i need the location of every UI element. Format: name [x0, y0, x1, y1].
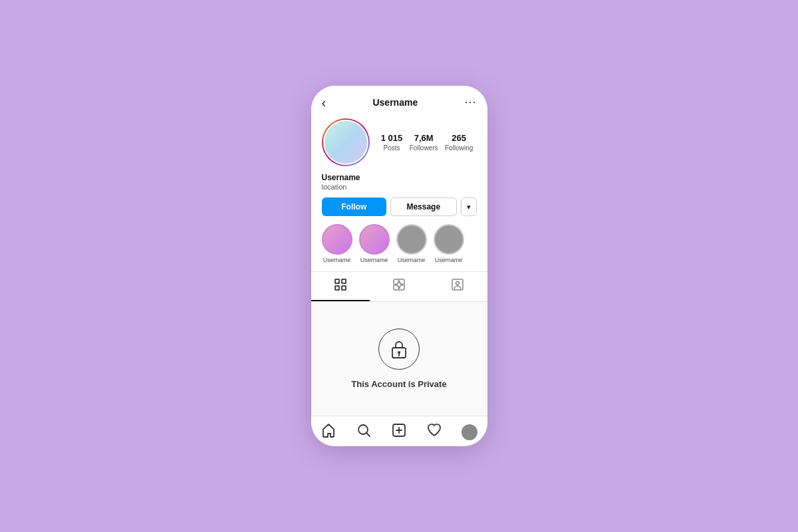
action-buttons-row: Follow Message ▾	[322, 198, 477, 216]
highlight-circle-4	[434, 224, 464, 255]
svg-point-7	[402, 284, 403, 285]
back-button[interactable]: ‹	[322, 96, 327, 109]
avatar	[323, 120, 368, 165]
svg-line-16	[366, 433, 370, 436]
tab-reels[interactable]	[370, 272, 428, 301]
lock-icon	[390, 338, 408, 360]
posts-value: 1 015	[381, 133, 403, 144]
tab-tagged[interactable]	[428, 272, 487, 301]
follow-button[interactable]: Follow	[322, 198, 387, 216]
posts-stat: 1 015 Posts	[381, 133, 403, 152]
svg-rect-1	[342, 279, 346, 283]
profile-section: 1 015 Posts 7,6M Followers 265 Following…	[311, 113, 487, 271]
highlight-circle-2	[359, 224, 390, 255]
svg-point-5	[397, 283, 401, 287]
private-content-area: This Account is Private	[311, 302, 487, 416]
highlight-4[interactable]: Username	[434, 224, 464, 263]
following-value: 265	[452, 133, 466, 144]
dropdown-button[interactable]: ▾	[461, 198, 477, 216]
svg-point-9	[398, 287, 400, 289]
content-tab-bar	[311, 271, 487, 302]
highlight-1[interactable]: Username	[322, 224, 352, 263]
message-button[interactable]: Message	[390, 198, 457, 216]
nav-add[interactable]	[382, 423, 417, 441]
posts-label: Posts	[384, 144, 400, 152]
reels-icon	[393, 279, 405, 293]
header-username: Username	[372, 97, 418, 108]
highlight-label-1: Username	[323, 257, 351, 263]
following-label: Following	[445, 144, 473, 152]
svg-rect-0	[335, 279, 339, 283]
profile-top-row: 1 015 Posts 7,6M Followers 265 Following	[322, 118, 477, 166]
highlight-circle-3	[396, 224, 427, 255]
nav-heart[interactable]	[417, 423, 452, 441]
following-stat[interactable]: 265 Following	[445, 133, 473, 152]
profile-name: Username	[322, 173, 477, 182]
nav-profile[interactable]	[452, 423, 487, 441]
grid-icon	[334, 279, 346, 293]
followers-label: Followers	[410, 144, 438, 152]
add-icon	[392, 423, 406, 441]
nav-profile-avatar	[462, 424, 477, 440]
highlight-label-2: Username	[360, 257, 388, 263]
followers-value: 7,6M	[414, 133, 434, 144]
tab-grid[interactable]	[311, 272, 370, 301]
svg-rect-3	[342, 286, 346, 290]
lock-circle	[378, 329, 420, 370]
svg-point-8	[398, 281, 400, 282]
profile-header: ‹ Username ···	[311, 86, 487, 113]
heart-icon	[427, 423, 442, 441]
avatar-ring[interactable]	[322, 118, 370, 166]
highlight-2[interactable]: Username	[359, 224, 390, 263]
highlight-label-3: Username	[398, 257, 426, 263]
svg-point-6	[395, 284, 396, 285]
private-account-message: This Account is Private	[351, 379, 446, 389]
highlight-label-4: Username	[435, 257, 463, 263]
tagged-icon	[452, 279, 464, 293]
nav-search[interactable]	[346, 423, 382, 441]
more-options-button[interactable]: ···	[464, 95, 476, 109]
phone-frame: ‹ Username ··· 1 015 Posts 7,6M Follower…	[311, 86, 487, 446]
highlights-row: Username Username Username Username	[322, 224, 477, 263]
profile-location: location	[322, 183, 477, 191]
home-icon	[321, 423, 336, 441]
bottom-nav	[311, 416, 487, 446]
followers-stat[interactable]: 7,6M Followers	[410, 133, 438, 152]
stats-row: 1 015 Posts 7,6M Followers 265 Following	[378, 133, 477, 152]
search-icon	[356, 423, 371, 441]
svg-point-11	[456, 282, 460, 285]
nav-home[interactable]	[311, 423, 346, 441]
highlight-circle-1	[322, 224, 352, 255]
highlight-3[interactable]: Username	[396, 224, 427, 263]
svg-rect-2	[335, 286, 339, 290]
